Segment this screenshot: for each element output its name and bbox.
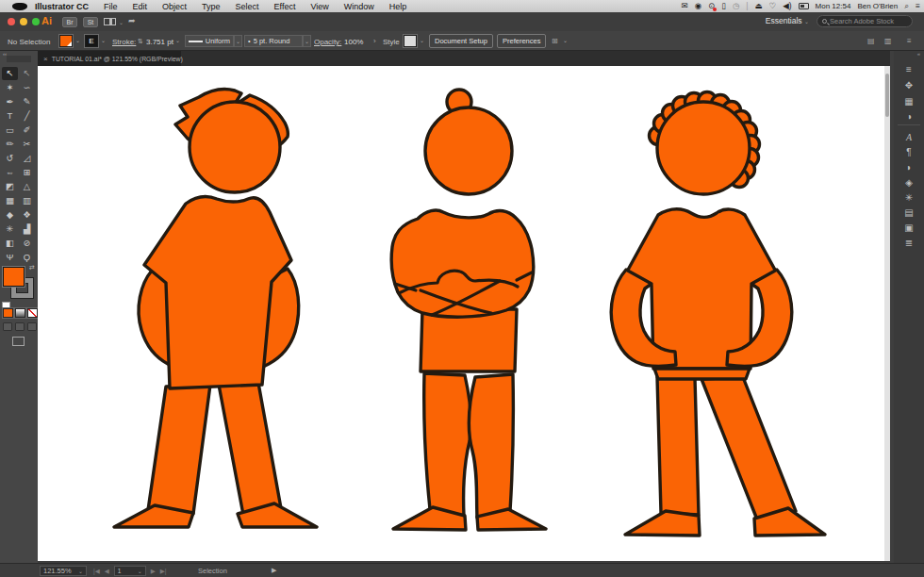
rotate-tool[interactable]: ↺: [2, 152, 18, 165]
prev-artboard-button[interactable]: ◀: [105, 568, 109, 575]
menu-file[interactable]: File: [96, 2, 125, 11]
none-mode-button[interactable]: [27, 308, 38, 318]
figure3-left-leg[interactable]: [657, 377, 699, 515]
gradient-tool[interactable]: ▥: [19, 194, 35, 207]
swap-fill-stroke-icon[interactable]: ⇄: [29, 264, 35, 272]
character-styles-panel-icon[interactable]: A: [894, 132, 924, 142]
menu-object[interactable]: Object: [155, 2, 194, 11]
type-tool[interactable]: T: [2, 109, 18, 123]
figure3-head[interactable]: [657, 102, 750, 194]
heart-icon[interactable]: ♡: [769, 0, 777, 12]
draw-inside-button[interactable]: [27, 322, 37, 331]
minimize-window-button[interactable]: [20, 18, 27, 25]
blend-tool[interactable]: ❖: [19, 208, 35, 222]
screen-mode-button[interactable]: [12, 337, 25, 346]
figure-person-bun-hair[interactable]: [391, 90, 546, 530]
share-icon[interactable]: ➦: [128, 16, 136, 25]
panel-options-icon[interactable]: ⊞: [552, 37, 558, 45]
figure1-left-leg[interactable]: [148, 385, 210, 514]
gradient-mode-button[interactable]: [15, 308, 25, 318]
fill-chevron-icon[interactable]: ⌄: [75, 37, 80, 43]
style-swatch[interactable]: [404, 35, 417, 47]
style-chevron-icon[interactable]: ⌄: [420, 37, 424, 43]
opacity-link[interactable]: Opacity:: [314, 38, 341, 46]
opacity-value[interactable]: 100%: [344, 38, 363, 46]
menu-type[interactable]: Type: [194, 2, 228, 11]
stroke-weight-chevron-icon[interactable]: ⌄: [175, 37, 180, 43]
figure1-head[interactable]: [190, 102, 280, 192]
draw-normal-button[interactable]: [3, 322, 12, 331]
rectangle-tool[interactable]: ▭: [2, 124, 18, 137]
menu-window[interactable]: Window: [337, 2, 382, 11]
eject-icon[interactable]: ⏏: [755, 0, 763, 12]
apple-menu-icon[interactable]: [12, 3, 27, 10]
figure2-left-leg[interactable]: [424, 373, 471, 516]
width-tool[interactable]: ⇔: [2, 166, 18, 179]
lasso-tool[interactable]: ∽: [19, 81, 35, 94]
width-profile-chevron-icon[interactable]: ⌄: [234, 35, 242, 47]
align-panel-icon[interactable]: ≣: [894, 238, 924, 248]
menu-app-name[interactable]: Illustrator CC: [27, 2, 96, 11]
bridge-button[interactable]: Br: [62, 17, 77, 27]
document-setup-button[interactable]: Document Setup: [429, 34, 493, 48]
stock-button[interactable]: St: [83, 17, 98, 27]
links-panel-icon[interactable]: ▦: [894, 96, 924, 107]
figure2-right-leg[interactable]: [469, 374, 513, 518]
paintbrush-tool[interactable]: ✐: [19, 124, 35, 137]
display-icon[interactable]: [799, 3, 809, 9]
stroke-chevron-icon[interactable]: ⌄: [101, 37, 106, 43]
column-graph-tool[interactable]: ▟: [19, 223, 35, 236]
perspective-grid-tool[interactable]: △: [19, 180, 35, 193]
brush-dropdown[interactable]: •5 pt. Round: [244, 35, 303, 47]
stock-search-input[interactable]: [830, 17, 905, 25]
gradient-panel-icon[interactable]: ▤: [894, 207, 924, 218]
menu-help[interactable]: Help: [382, 2, 415, 11]
stroke-stepper[interactable]: ⇅: [138, 38, 143, 45]
figure3-left-foot[interactable]: [625, 511, 700, 536]
figure-person-spiky-hair[interactable]: [114, 90, 317, 527]
zoom-window-button[interactable]: [32, 18, 40, 25]
libraries-panel-icon[interactable]: ✥: [894, 80, 924, 91]
figure2-torso[interactable]: [421, 309, 517, 371]
figure3-right-leg[interactable]: [701, 377, 796, 519]
layers-panel-icon[interactable]: ◈: [894, 177, 924, 188]
next-artboard-button[interactable]: ▶: [151, 568, 156, 575]
document-tab[interactable]: × TUTORIAL 01.ai* @ 121.55% (RGB/Preview…: [38, 51, 181, 66]
dock-collapse-icon[interactable]: «: [917, 51, 920, 57]
color-mode-button[interactable]: [3, 308, 13, 318]
stroke-color-swatch[interactable]: E: [85, 35, 98, 47]
shape-builder-tool[interactable]: ◩: [2, 180, 18, 193]
free-transform-tool[interactable]: ⊞: [19, 166, 35, 179]
spotlight-search-icon[interactable]: ⌕: [904, 0, 909, 12]
hand-tool[interactable]: Ψ: [2, 251, 18, 264]
fill-swatch-indicator[interactable]: [3, 267, 25, 287]
arrange-documents-icon[interactable]: [104, 18, 116, 25]
brush-chevron-icon[interactable]: ⌄: [303, 35, 311, 47]
scale-tool[interactable]: ◿: [19, 152, 35, 165]
draw-behind-button[interactable]: [15, 322, 25, 331]
panel-menu-icon[interactable]: ≡: [894, 64, 924, 74]
color-panel-icon[interactable]: ◑: [894, 111, 924, 122]
opacity-arrow-icon[interactable]: ›: [373, 37, 376, 45]
stroke-link[interactable]: Stroke:: [112, 38, 136, 46]
paragraph-panel-icon[interactable]: ¶: [894, 147, 924, 157]
figure-person-curly-hair[interactable]: [611, 92, 825, 536]
volume-icon[interactable]: ◀): [783, 0, 791, 12]
magic-wand-tool[interactable]: ✶: [2, 81, 18, 94]
notes-icon[interactable]: ▯: [721, 0, 726, 12]
time-machine-icon[interactable]: ◷: [733, 0, 739, 12]
selection-tool[interactable]: ↖: [2, 67, 18, 80]
control-center-icon[interactable]: ≡: [916, 0, 920, 12]
menubar-clock[interactable]: Mon 12:54: [816, 2, 851, 10]
figure2-head[interactable]: [425, 107, 512, 194]
first-artboard-button[interactable]: |◀: [93, 568, 100, 575]
width-profile-dropdown[interactable]: Uniform: [185, 35, 234, 47]
controlbar-extra-icon-a[interactable]: ▤: [867, 37, 875, 45]
slice-tool[interactable]: ⊘: [19, 237, 35, 250]
browser-icon[interactable]: ◉: [695, 0, 701, 12]
eyedropper-tool[interactable]: ◆: [2, 208, 18, 222]
zoom-tool[interactable]: Ϙ: [19, 251, 35, 264]
close-window-button[interactable]: [8, 18, 15, 25]
symbols-panel-icon[interactable]: ✳: [894, 192, 924, 203]
line-tool[interactable]: ╱: [19, 109, 35, 123]
